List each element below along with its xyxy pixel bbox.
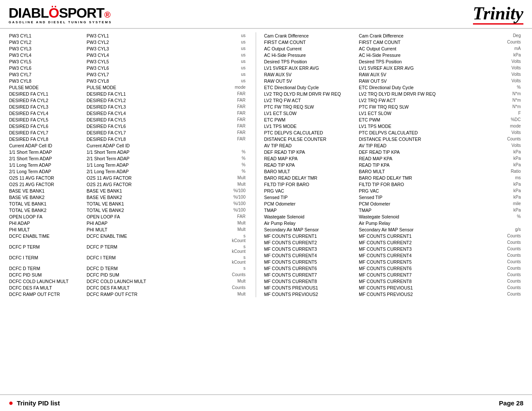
pid-description: ETC Directional Duty Cycle [358,84,452,90]
pid-description: BARO MULT [358,168,452,174]
pid-name: 2/1 Long Term ADAP [8,168,85,174]
pid-description: Secondary Air MAP Sensor [358,226,452,233]
pid-name: PW3 CYL1 [8,32,85,39]
pid-name: DEF READ TIP KPA [263,149,358,155]
table-row: PW3 CYL2PW3 CYL2us [8,39,249,45]
pid-description: Sensed TIP [358,194,452,200]
pid-name: READ MAP KPA [263,155,358,162]
pid-unit: %DC [452,116,524,123]
pid-description: DCFC ENABL TIME [85,233,171,243]
pid-name: 1/1 Short Term ADAP [8,149,85,155]
table-row: Current ADAP Cell IDCurrent ADAP Cell ID [8,142,249,149]
table-row: PHI ADAPPHI ADAPMult [8,220,249,226]
pid-description: PULSE MODE [85,84,171,90]
table-row: PW3 CYL3PW3 CYL3us [8,45,249,52]
pid-unit: Counts [452,265,524,271]
pid-unit [171,142,249,149]
pid-description: DESIRED FA CYL7 [85,129,171,136]
pid-description: DESIRED FA CYL6 [85,123,171,129]
pid-unit: FAR [171,103,249,110]
pid-unit: Mult [171,226,249,233]
pid-name: PW3 CYL3 [8,45,85,52]
pid-name: DESIRED FA CYL1 [8,90,85,97]
pid-name: DESIRED FA CYL8 [8,136,85,142]
pid-name: MF COUNTS CURRENT3 [263,246,358,252]
pid-description: MF COUNTS CURRENT2 [358,239,452,246]
pid-description: DCFC P TERM [85,243,171,254]
pid-name: AC Output Current [263,45,358,52]
pid-name: PW3 CYL2 [8,39,85,45]
table-row: DESIRED FA CYL4DESIRED FA CYL4FAR [8,110,249,116]
pid-name: PCM Odometer [263,200,358,207]
table-row: FIRST CAM COUNTFIRST CAM COUNTCounts [263,39,524,45]
pid-name: ETC Directional Duty Cycle [263,84,358,90]
pid-description: FIRST CAM COUNT [358,39,452,45]
table-row: LV1 5VREF AUX ERR AVGLV1 5VREF AUX ERR A… [263,65,524,71]
pid-description: PRG VAC [358,187,452,194]
pid-description: MF COUNTS CURRENT1 [358,233,452,239]
pid-unit: % [171,168,249,174]
table-row: Cam Crank DifferenceCam Crank Difference… [263,32,524,39]
pid-description: READ TIP KPA [358,162,452,168]
pid-description: PW3 CYL7 [85,71,171,78]
table-row: Desired TPS PositionDesired TPS Position… [263,58,524,65]
pid-unit: kPa [452,194,524,200]
pid-description: MF COUNTS CURRENT6 [358,265,452,271]
table-row: DESIRED FA CYL1DESIRED FA CYL1FAR [8,90,249,97]
pid-unit: Counts [452,239,524,246]
pid-unit: Volts [452,142,524,149]
pid-unit: Counts [452,284,524,291]
pid-name: PTC FW TRQ REQ SLW [263,103,358,110]
pid-name: DCFC PID SUM [8,271,85,278]
pid-description: TOTAL VE BANK1 [85,200,171,207]
table-row: 2/1 Long Term ADAP2/1 Long Term ADAP% [8,168,249,174]
table-row: PRG VACPRG VACkPa [263,187,524,194]
pid-description: LV2 TRQ DLYD RLIM DRVR FW REQ [358,90,452,97]
pid-description: TMAP [358,207,452,213]
pid-name: DISTANCE PULSE COUNTER [263,136,358,142]
pid-name: AV TIP READ [263,142,358,149]
pid-unit [452,220,524,226]
pid-description: BASE VE BANK2 [85,194,171,200]
pid-description: LV2 TRQ FW ACT [358,97,452,103]
pid-description: O2S 21 AVG FACTOR [85,181,171,187]
pid-unit: us [171,78,249,84]
table-row: PW3 CYL8PW3 CYL8us [8,78,249,84]
pid-unit: FAR [171,129,249,136]
footer-page: Page 28 [499,399,523,407]
pid-description: DESIRED FA CYL3 [85,103,171,110]
pid-unit: skCount [171,243,249,254]
pid-unit: Ratio [452,168,524,174]
table-row: BARO READ DELAY TMRBARO READ DELAY TMRms [263,174,524,181]
table-row: RAW AUX 5VRAW AUX 5VVolts [263,71,524,78]
pid-name: ETC PWM [263,116,358,123]
table-row: DESIRED FA CYL5DESIRED FA CYL5FAR [8,116,249,123]
table-row: PTC FW TRQ REQ SLWPTC FW TRQ REQ SLWN*m [263,103,524,110]
pid-unit: N*m [452,103,524,110]
pid-name: FILTD TIP FOR BARO [263,181,358,187]
table-row: OPEN LOOP FAOPEN LOOP FAFAR [8,213,249,220]
pid-name: DESIRED FA CYL2 [8,97,85,103]
brand-tagline: GASOLINE AND DIESEL TUNING SYSTEMS [9,20,112,24]
pid-unit: Counts [452,271,524,278]
pid-name: DCFC ENABL TIME [8,233,85,243]
pid-description: DCFC COLD LAUNCH MULT [85,278,171,284]
pid-description: DESIRED FA CYL1 [85,90,171,97]
pid-unit: Mult [171,278,249,284]
pid-name: O2S 11 AVG FACTOR [8,174,85,181]
pid-unit: FAR [171,123,249,129]
table-row: AC Output CurrentAC Output CurrentmA [263,45,524,52]
table-row: DCFC P TERMDCFC P TERMskCount [8,243,249,254]
pid-name: DCFC RAMP OUT FCTR [8,291,85,297]
table-row: DESIRED FA CYL3DESIRED FA CYL3FAR [8,103,249,110]
pid-description: PCM Odometer [358,200,452,207]
pid-unit: ms [452,174,524,181]
table-row: MF COUNTS CURRENT5MF COUNTS CURRENT5Coun… [263,258,524,265]
table-row: DESIRED FA CYL6DESIRED FA CYL6FAR [8,123,249,129]
table-row: MF COUNTS CURRENT2MF COUNTS CURRENT2Coun… [263,239,524,246]
pid-unit: N*m [452,97,524,103]
pid-name: TOTAL VE BANK2 [8,207,85,213]
table-row: MF COUNTS CURRENT1MF COUNTS CURRENT1Coun… [263,233,524,239]
pid-name: PW3 CYL5 [8,58,85,65]
table-row: DCFC RAMP OUT FCTRDCFC RAMP OUT FCTRMult [8,291,249,297]
